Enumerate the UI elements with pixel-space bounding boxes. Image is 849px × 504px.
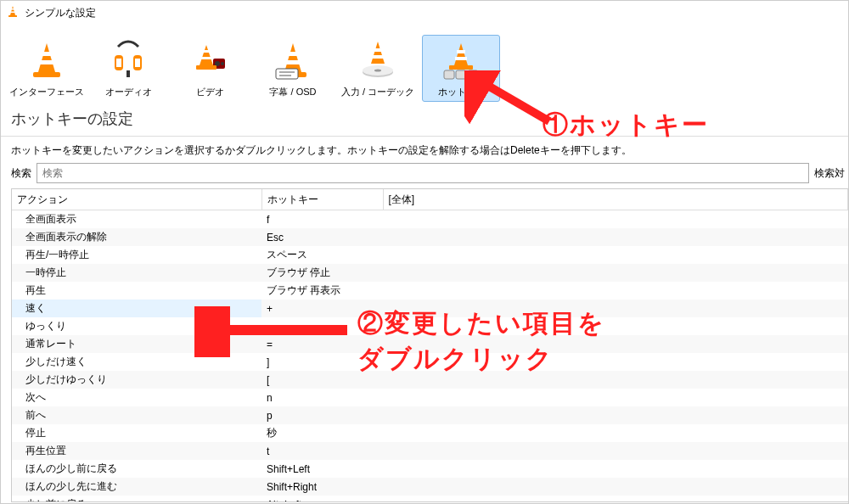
tab-label: オーディオ <box>105 86 152 98</box>
tab-label: インターフェース <box>9 86 84 98</box>
cell-action: 少しだけ速く <box>12 353 261 371</box>
table-row[interactable]: 少し前に戻るAlt+Left <box>12 496 848 502</box>
cell-hotkey: t <box>261 442 383 460</box>
table-row[interactable]: 少しだけゆっくり[ <box>12 371 848 389</box>
col-hotkey[interactable]: ホットキー <box>261 189 383 210</box>
audio-icon <box>108 40 149 81</box>
hotkey-table[interactable]: アクション ホットキー [全体] 全画面表示f全画面表示の解除Esc再生/一時停… <box>12 189 848 502</box>
table-row[interactable]: 再生位置t <box>12 442 848 460</box>
table-row[interactable]: 速く+ <box>12 300 848 317</box>
cell-global <box>383 478 848 496</box>
cell-global <box>383 335 848 353</box>
cell-action: 全画面表示 <box>12 210 261 229</box>
cell-hotkey: [ <box>261 371 383 389</box>
cell-hotkey: - <box>261 317 383 335</box>
table-row[interactable]: 次へn <box>12 389 848 406</box>
cell-action: 通常レート <box>12 335 261 353</box>
cell-action: 次へ <box>12 389 261 406</box>
tab-video[interactable]: ビデオ <box>171 35 249 102</box>
codec-icon <box>357 40 398 81</box>
svg-rect-9 <box>135 59 140 67</box>
cell-hotkey: Esc <box>261 228 383 246</box>
section-title: ホットキーの設定 <box>1 109 848 136</box>
table-row[interactable]: 一時停止ブラウザ 停止 <box>12 264 848 282</box>
table-row[interactable]: 全画面表示f <box>12 210 848 229</box>
svg-rect-18 <box>286 60 300 64</box>
tab-label: 入力 / コーデック <box>341 86 414 98</box>
cell-action: ゆっくり <box>12 317 261 335</box>
table-row[interactable]: 前へp <box>12 406 848 424</box>
table-header: アクション ホットキー [全体] <box>12 189 848 210</box>
cell-action: ほんの少し前に戻る <box>12 460 261 478</box>
cell-action: 一時停止 <box>12 264 261 282</box>
cell-global <box>383 282 848 300</box>
table-row[interactable]: ほんの少し前に戻るShift+Left <box>12 460 848 478</box>
col-global[interactable]: [全体] <box>383 189 848 210</box>
titlebar: シンプルな設定 <box>1 1 848 25</box>
tab-label: 字幕 / OSD <box>269 86 316 98</box>
cell-hotkey: n <box>261 389 383 406</box>
cell-action: ほんの少し先に進む <box>12 478 261 496</box>
table-row[interactable]: 再生/一時停止スペース <box>12 246 848 264</box>
tab-audio[interactable]: オーディオ <box>89 35 167 102</box>
search-target-label: 検索対 <box>814 166 845 181</box>
search-input[interactable] <box>37 163 809 183</box>
tab-label: ビデオ <box>196 86 224 98</box>
svg-point-25 <box>374 70 381 72</box>
col-action[interactable]: アクション <box>12 189 261 210</box>
subtitle-icon <box>273 40 313 81</box>
svg-point-15 <box>221 62 224 65</box>
cell-hotkey: Alt+Left <box>261 496 383 502</box>
svg-rect-4 <box>40 60 53 64</box>
cell-hotkey: f <box>261 210 383 229</box>
cell-hotkey: Shift+Right <box>261 478 383 496</box>
cell-hotkey: 秒 <box>261 424 383 442</box>
svg-rect-5 <box>33 72 60 77</box>
table-row[interactable]: 再生ブラウザ 再表示 <box>12 282 848 300</box>
cell-global <box>383 424 848 442</box>
table-row[interactable]: 通常レート= <box>12 335 848 353</box>
table-row[interactable]: 停止秒 <box>12 424 848 442</box>
search-label: 検索 <box>11 166 31 181</box>
table-row[interactable]: 少しだけ速く] <box>12 353 848 371</box>
category-toolbar: インターフェース オーディオ <box>1 25 848 109</box>
search-row: 検索 検索対 <box>1 163 848 188</box>
cell-hotkey: = <box>261 335 383 353</box>
video-icon <box>189 40 230 81</box>
cell-global <box>383 460 848 478</box>
cell-global <box>383 389 848 406</box>
tab-interface[interactable]: インターフェース <box>8 35 86 102</box>
svg-rect-20 <box>276 69 298 79</box>
cell-action: 再生/一時停止 <box>12 246 261 264</box>
svg-rect-3 <box>42 52 52 56</box>
svg-rect-17 <box>288 52 298 56</box>
cell-hotkey: ブラウザ 再表示 <box>261 282 383 300</box>
cell-hotkey: スペース <box>261 246 383 264</box>
svg-rect-10 <box>127 70 130 77</box>
cell-global <box>383 442 848 460</box>
cell-hotkey: ブラウザ 停止 <box>261 264 383 282</box>
interface-icon <box>26 40 67 81</box>
svg-rect-30 <box>449 65 473 70</box>
cell-action: 速く <box>12 300 261 317</box>
tab-subtitle[interactable]: 字幕 / OSD <box>252 35 334 102</box>
svg-rect-31 <box>444 70 454 79</box>
svg-rect-16 <box>196 65 216 70</box>
cell-hotkey: ] <box>261 353 383 371</box>
svg-rect-11 <box>202 50 211 53</box>
svg-rect-26 <box>374 48 382 52</box>
table-row[interactable]: ゆっくり- <box>12 317 848 335</box>
table-row[interactable]: 全画面表示の解除Esc <box>12 228 848 246</box>
cell-action: 少し前に戻る <box>12 496 261 502</box>
cell-global <box>383 406 848 424</box>
window-title: シンプルな設定 <box>25 6 96 20</box>
cell-action: 前へ <box>12 406 261 424</box>
svg-rect-2 <box>8 15 17 17</box>
svg-rect-33 <box>468 70 478 79</box>
app-icon <box>6 5 20 21</box>
table-row[interactable]: ほんの少し先に進むShift+Right <box>12 478 848 496</box>
cell-global <box>383 264 848 282</box>
tab-codec[interactable]: 入力 / コーデック <box>337 35 419 102</box>
svg-rect-8 <box>116 59 121 67</box>
tab-hotkey[interactable]: ホットキー <box>422 35 500 102</box>
